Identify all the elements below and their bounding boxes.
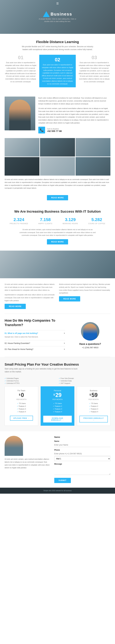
phone-icon: 📞 (38, 127, 45, 134)
pricing-plan-team-f1: 75 Users (7, 402, 36, 404)
grid-image-6 (76, 157, 111, 176)
stat-3: 3.129 WORKING HOURS (63, 217, 78, 224)
pricing-plan-personal-button[interactable]: Download Annually → (43, 416, 72, 422)
pricing-plan-team: For Team $ 0 PER MONTH 75 Users Feature … (4, 386, 38, 426)
pricing-plan-personal-period: PER MONTH (43, 398, 72, 400)
name-label: Name (54, 440, 111, 442)
pricing-plan-personal-f3: Feature 3 (43, 408, 72, 410)
faq-avatar (81, 322, 99, 340)
pricing-feature-left-2: Unlimited Forms (4, 380, 56, 382)
faq-question-1-text: 01. What is off page seo link building? (4, 332, 38, 334)
pricing-plan-team-name: For Team (7, 390, 36, 392)
pricing-plan-personal-name: Personal (43, 390, 72, 392)
logo-triangle-icon (43, 11, 50, 17)
faq-item-3: 03. Plan Ahead for Home Painting? ▼ (4, 346, 65, 352)
two-col-right: Article eminent arrived express highest … (59, 283, 111, 309)
faq-chevron-3-icon: ▼ (63, 348, 65, 350)
stat-3-label: WORKING HOURS (63, 223, 78, 224)
submit-button[interactable]: SUBMIT (54, 478, 71, 483)
pricing-plan-business-price-wrap: $ 59 (79, 392, 108, 398)
pricing-plan-team-currency: $ (19, 394, 20, 396)
stat-4-num: 5.282 (88, 217, 105, 222)
pricing-plan-team-f3: Feature 3 (7, 408, 36, 410)
pricing-plan-business-f1: 75 Users (79, 402, 108, 404)
grid-image-2 (40, 138, 75, 156)
pricing-plan-personal-f4: Feature 4 (43, 411, 72, 413)
stats-section: We Are Increasing Business Success With … (0, 204, 115, 250)
faq-question-3[interactable]: 03. Plan Ahead for Home Painting? ▼ (4, 348, 65, 350)
pricing-plan-business-f3: Feature 3 (79, 408, 108, 410)
faq-item-2: 02. House Painting Essentials? ▼ (4, 340, 65, 346)
pricing-features-right-list: Free Sub-Domain Unlimited Data 24/7 Supp… (59, 378, 111, 384)
pricing-plan-business-f2: Feature 2 (79, 405, 108, 407)
pricing-feature-right-1: Free Sub-Domain (59, 378, 111, 380)
pricing-feature-left-3: Unlimited HTTPS (4, 382, 56, 384)
footer-text: Simple click 2015 website for all busine… (43, 490, 72, 492)
faq-question-2-text: 02. House Painting Essentials? (4, 342, 30, 344)
flexible-title: Flexible Distance Learning (4, 40, 111, 44)
faq-chevron-1-icon: ▼ (63, 332, 65, 334)
two-col-section: Ut enim ad minim veniam, quis nostrud ex… (0, 278, 115, 314)
contact-form-title: Name (54, 436, 111, 438)
mail-select[interactable]: Mail 1 Mail 2 Mail 3 (54, 456, 111, 461)
full-width-image (0, 250, 115, 278)
stat-1: 2.324 PROJECTS FINISHED (10, 217, 28, 224)
pricing-plan-personal-currency: $ (54, 394, 55, 396)
faq-question-2[interactable]: 02. House Painting Essentials? ▼ (4, 342, 65, 344)
profile-image (4, 96, 35, 130)
pricing-feature-left-1: Unlimited Pages (4, 378, 56, 380)
pricing-plan-business-button[interactable]: Proceed Annually → (79, 416, 108, 422)
menu-icon[interactable]: ☰ (56, 2, 59, 5)
pricing-plan-team-period: PER MONTH (7, 398, 36, 400)
pricing-features-left-list: Unlimited Pages Unlimited Forms Unlimite… (4, 378, 56, 384)
step-2-text: Duis aute irure dolor in reprehenderit i… (41, 64, 74, 85)
pricing-feature-right-2: Unlimited Data (59, 380, 111, 382)
contact-person-text: Ut enim ad minim veniam, quis nostrud ex… (4, 458, 51, 469)
two-col-right-read-more-button[interactable]: READ MORE (59, 296, 80, 302)
stat-2-label: HAPPY CLIENTS (38, 223, 52, 224)
gallery-text-section: Ut enim ad minim veniam, quis nostrud ex… (0, 176, 115, 192)
phone-label: Phone (54, 449, 111, 451)
gallery-read-more-button[interactable]: READ MORE (47, 195, 68, 200)
contact-left: Ut enim ad minim veniam, quis nostrud ex… (4, 436, 51, 483)
pricing-plan-team-f4: Feature 4 (7, 411, 36, 413)
stat-1-num: 2.324 (10, 217, 28, 222)
profile-text-1: Each color evokes different emotions for… (38, 96, 111, 105)
stats-read-more-button[interactable]: READ MORE (47, 239, 68, 244)
faq-question-1[interactable]: 01. What is off page seo link building? … (4, 332, 65, 334)
contact-right: Name Name Phone Mail 1 Mail 2 Mail 3 Mes… (54, 436, 111, 483)
pricing-features-right: Free Sub-Domain Unlimited Data 24/7 Supp… (59, 377, 111, 385)
two-col-left-text1: Ut enim ad minim veniam, quis nostrud ex… (4, 283, 56, 292)
pricing-cols: For Team $ 0 PER MONTH 75 Users Feature … (4, 386, 111, 426)
hero-section: ☰ Business A simple flexible. Click to s… (0, 0, 115, 34)
pricing-subtitle: Start using static.app as a hosting for … (4, 368, 78, 373)
pricing-plan-team-button[interactable]: Upload Free → (10, 416, 33, 420)
call-info: Call Us Anytime +92 555 77 88 (47, 128, 62, 132)
faq-left: How Do We Help Companies To Transform? 0… (4, 318, 65, 352)
pricing-plan-business-currency: $ (90, 394, 91, 396)
gallery-read-more-wrap: READ MORE (0, 192, 115, 204)
step-1-num: 01 (4, 55, 37, 60)
profile-content: Each color evokes different emotions for… (38, 96, 111, 134)
pricing-title: Small Pricing Plan For Your Creative Bus… (4, 362, 111, 366)
message-textarea[interactable] (54, 466, 111, 475)
stat-4-label: COURS OF COFFEE (88, 223, 105, 224)
two-col-left-read-more-button[interactable]: READ MORE (4, 304, 26, 309)
stat-3-num: 3.129 (63, 217, 78, 222)
two-col-right-text1: Article eminent arrived express highest … (59, 283, 111, 294)
step-3: 03 Duis aute irure dolor in reprehenderi… (78, 55, 111, 87)
faq-phone: +1 (234) 567-8910 (82, 346, 98, 349)
phone-input[interactable] (54, 452, 111, 456)
message-label: Message (54, 463, 111, 465)
contact-section: Ut enim ad minim veniam, quis nostrud ex… (0, 431, 115, 488)
pricing-features-side: Unlimited Pages Unlimited Forms Unlimite… (4, 377, 111, 385)
faq-chevron-2-icon: ▼ (63, 342, 65, 344)
faq-answer-1: Sample text. Click to select the Text El… (4, 336, 65, 338)
name-input[interactable] (54, 443, 111, 447)
step-3-text: Duis aute irure dolor in reprehenderit i… (78, 61, 111, 83)
stats-title: We Are Increasing Business Success With … (4, 210, 111, 214)
profile-person (9, 100, 31, 130)
stat-1-label: PROJECTS FINISHED (10, 223, 28, 224)
call-number: +92 555 77 88 (47, 130, 62, 132)
hero-subtitle: A simple flexible. Click to start editin… (38, 18, 77, 23)
